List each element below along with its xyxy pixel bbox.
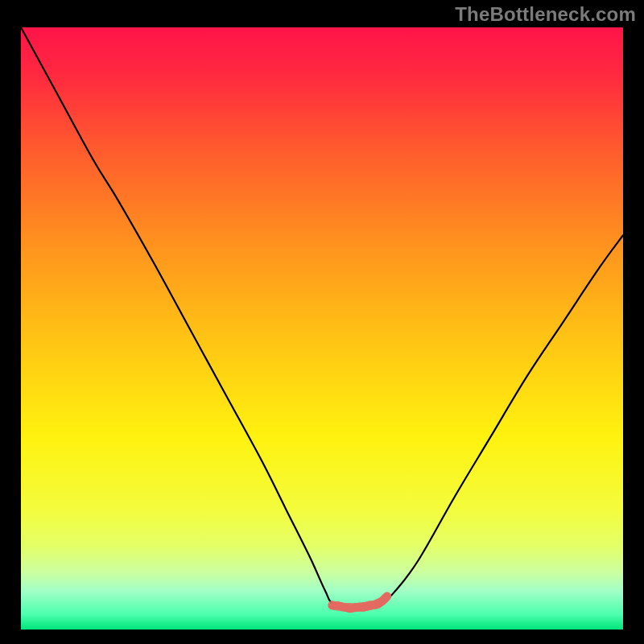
chart-canvas xyxy=(21,27,623,630)
chart-background xyxy=(21,27,623,630)
chart-svg xyxy=(21,27,623,630)
app-frame: TheBottleneck.com xyxy=(0,0,644,644)
watermark-text: TheBottleneck.com xyxy=(455,3,636,26)
